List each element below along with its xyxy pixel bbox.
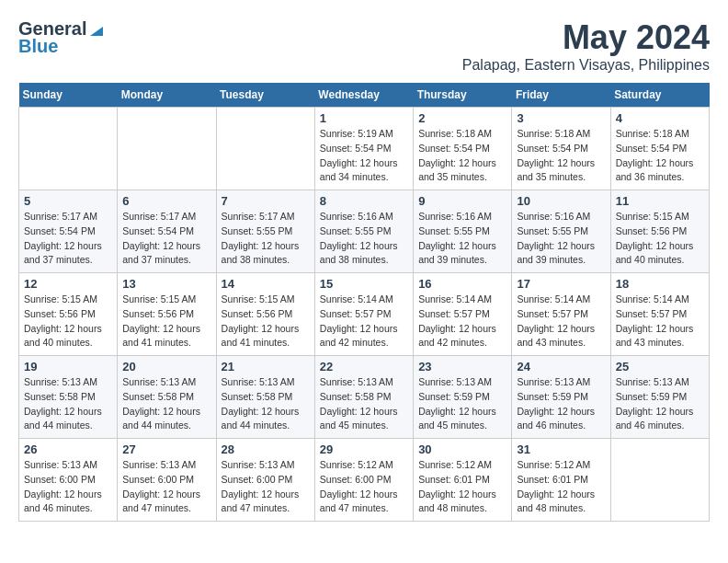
calendar-cell: 2Sunrise: 5:18 AM Sunset: 5:54 PM Daylig… bbox=[414, 108, 512, 190]
day-info: Sunrise: 5:13 AM Sunset: 5:59 PM Dayligh… bbox=[418, 375, 506, 433]
day-number: 27 bbox=[122, 442, 210, 456]
calendar-cell: 6Sunrise: 5:17 AM Sunset: 5:54 PM Daylig… bbox=[118, 190, 216, 273]
day-info: Sunrise: 5:15 AM Sunset: 5:56 PM Dayligh… bbox=[222, 293, 310, 350]
calendar-cell bbox=[118, 108, 216, 190]
logo-icon bbox=[88, 21, 105, 38]
calendar-cell: 4Sunrise: 5:18 AM Sunset: 5:54 PM Daylig… bbox=[610, 108, 709, 190]
day-info: Sunrise: 5:18 AM Sunset: 5:54 PM Dayligh… bbox=[616, 127, 704, 185]
calendar-cell: 25Sunrise: 5:13 AM Sunset: 5:59 PM Dayli… bbox=[610, 356, 709, 439]
day-number: 23 bbox=[418, 360, 506, 373]
day-info: Sunrise: 5:12 AM Sunset: 6:00 PM Dayligh… bbox=[320, 458, 408, 516]
day-number: 1 bbox=[320, 111, 408, 125]
day-number: 20 bbox=[122, 360, 210, 373]
calendar-cell: 16Sunrise: 5:14 AM Sunset: 5:57 PM Dayli… bbox=[414, 273, 512, 356]
day-number: 26 bbox=[24, 442, 112, 456]
day-info: Sunrise: 5:18 AM Sunset: 5:54 PM Dayligh… bbox=[418, 127, 506, 185]
calendar-week-row: 5Sunrise: 5:17 AM Sunset: 5:54 PM Daylig… bbox=[19, 190, 710, 273]
calendar-cell: 15Sunrise: 5:14 AM Sunset: 5:57 PM Dayli… bbox=[314, 273, 413, 356]
calendar-cell: 30Sunrise: 5:12 AM Sunset: 6:01 PM Dayli… bbox=[414, 439, 512, 522]
day-info: Sunrise: 5:16 AM Sunset: 5:55 PM Dayligh… bbox=[517, 210, 605, 268]
calendar-cell: 1Sunrise: 5:19 AM Sunset: 5:54 PM Daylig… bbox=[314, 108, 413, 190]
weekday-header-friday: Friday bbox=[512, 83, 610, 108]
weekday-header-sunday: Sunday bbox=[19, 83, 118, 108]
day-number: 21 bbox=[222, 360, 310, 373]
day-info: Sunrise: 5:14 AM Sunset: 5:57 PM Dayligh… bbox=[320, 293, 408, 350]
calendar-cell: 18Sunrise: 5:14 AM Sunset: 5:57 PM Dayli… bbox=[610, 273, 709, 356]
calendar-cell: 10Sunrise: 5:16 AM Sunset: 5:55 PM Dayli… bbox=[512, 190, 610, 273]
day-number: 22 bbox=[320, 360, 408, 373]
day-number: 12 bbox=[24, 277, 112, 291]
logo-blue-text: Blue bbox=[18, 36, 58, 57]
calendar-cell: 3Sunrise: 5:18 AM Sunset: 5:54 PM Daylig… bbox=[512, 108, 610, 190]
day-info: Sunrise: 5:19 AM Sunset: 5:54 PM Dayligh… bbox=[320, 127, 408, 185]
weekday-header-saturday: Saturday bbox=[610, 83, 709, 108]
day-info: Sunrise: 5:13 AM Sunset: 5:59 PM Dayligh… bbox=[616, 375, 704, 433]
title-block: May 2024 Palapag, Eastern Visayas, Phili… bbox=[462, 18, 710, 74]
calendar-cell: 9Sunrise: 5:16 AM Sunset: 5:55 PM Daylig… bbox=[414, 190, 512, 273]
day-number: 5 bbox=[24, 194, 112, 208]
calendar-week-row: 19Sunrise: 5:13 AM Sunset: 5:58 PM Dayli… bbox=[19, 356, 710, 439]
calendar-table: SundayMondayTuesdayWednesdayThursdayFrid… bbox=[18, 83, 710, 522]
day-number: 2 bbox=[418, 111, 506, 125]
day-number: 16 bbox=[418, 277, 506, 291]
day-number: 4 bbox=[616, 111, 704, 125]
calendar-cell: 19Sunrise: 5:13 AM Sunset: 5:58 PM Dayli… bbox=[19, 356, 118, 439]
day-info: Sunrise: 5:14 AM Sunset: 5:57 PM Dayligh… bbox=[418, 293, 506, 350]
day-info: Sunrise: 5:13 AM Sunset: 5:59 PM Dayligh… bbox=[517, 375, 605, 433]
weekday-header-row: SundayMondayTuesdayWednesdayThursdayFrid… bbox=[19, 83, 710, 108]
calendar-cell: 26Sunrise: 5:13 AM Sunset: 6:00 PM Dayli… bbox=[19, 439, 118, 522]
day-info: Sunrise: 5:17 AM Sunset: 5:54 PM Dayligh… bbox=[24, 210, 112, 268]
day-info: Sunrise: 5:13 AM Sunset: 5:58 PM Dayligh… bbox=[222, 375, 310, 433]
weekday-header-monday: Monday bbox=[118, 83, 216, 108]
calendar-cell: 12Sunrise: 5:15 AM Sunset: 5:56 PM Dayli… bbox=[19, 273, 118, 356]
day-info: Sunrise: 5:13 AM Sunset: 6:00 PM Dayligh… bbox=[222, 458, 310, 516]
weekday-header-wednesday: Wednesday bbox=[314, 83, 413, 108]
day-number: 24 bbox=[517, 360, 605, 373]
day-info: Sunrise: 5:12 AM Sunset: 6:01 PM Dayligh… bbox=[517, 458, 605, 516]
calendar-cell: 11Sunrise: 5:15 AM Sunset: 5:56 PM Dayli… bbox=[610, 190, 709, 273]
day-number: 31 bbox=[517, 442, 605, 456]
main-title: May 2024 bbox=[462, 18, 710, 57]
day-number: 17 bbox=[517, 277, 605, 291]
weekday-header-tuesday: Tuesday bbox=[216, 83, 314, 108]
day-info: Sunrise: 5:17 AM Sunset: 5:55 PM Dayligh… bbox=[222, 210, 310, 268]
day-number: 8 bbox=[320, 194, 408, 208]
calendar-cell: 8Sunrise: 5:16 AM Sunset: 5:55 PM Daylig… bbox=[314, 190, 413, 273]
day-info: Sunrise: 5:16 AM Sunset: 5:55 PM Dayligh… bbox=[418, 210, 506, 268]
day-info: Sunrise: 5:13 AM Sunset: 5:58 PM Dayligh… bbox=[122, 375, 210, 433]
page-header: General Blue May 2024 Palapag, Eastern V… bbox=[18, 18, 710, 74]
calendar-cell: 13Sunrise: 5:15 AM Sunset: 5:56 PM Dayli… bbox=[118, 273, 216, 356]
day-number: 14 bbox=[222, 277, 310, 291]
day-info: Sunrise: 5:13 AM Sunset: 5:58 PM Dayligh… bbox=[320, 375, 408, 433]
day-info: Sunrise: 5:17 AM Sunset: 5:54 PM Dayligh… bbox=[122, 210, 210, 268]
day-number: 11 bbox=[616, 194, 704, 208]
day-number: 6 bbox=[122, 194, 210, 208]
subtitle: Palapag, Eastern Visayas, Philippines bbox=[462, 57, 710, 74]
day-number: 19 bbox=[24, 360, 112, 373]
day-number: 3 bbox=[517, 111, 605, 125]
day-number: 25 bbox=[616, 360, 704, 373]
day-info: Sunrise: 5:13 AM Sunset: 6:00 PM Dayligh… bbox=[24, 458, 112, 516]
day-info: Sunrise: 5:16 AM Sunset: 5:55 PM Dayligh… bbox=[320, 210, 408, 268]
day-info: Sunrise: 5:15 AM Sunset: 5:56 PM Dayligh… bbox=[122, 293, 210, 350]
calendar-cell: 14Sunrise: 5:15 AM Sunset: 5:56 PM Dayli… bbox=[216, 273, 314, 356]
calendar-cell: 27Sunrise: 5:13 AM Sunset: 6:00 PM Dayli… bbox=[118, 439, 216, 522]
day-number: 28 bbox=[222, 442, 310, 456]
calendar-cell: 28Sunrise: 5:13 AM Sunset: 6:00 PM Dayli… bbox=[216, 439, 314, 522]
calendar-cell: 29Sunrise: 5:12 AM Sunset: 6:00 PM Dayli… bbox=[314, 439, 413, 522]
calendar-cell: 21Sunrise: 5:13 AM Sunset: 5:58 PM Dayli… bbox=[216, 356, 314, 439]
day-number: 15 bbox=[320, 277, 408, 291]
day-info: Sunrise: 5:14 AM Sunset: 5:57 PM Dayligh… bbox=[517, 293, 605, 350]
calendar-cell: 20Sunrise: 5:13 AM Sunset: 5:58 PM Dayli… bbox=[118, 356, 216, 439]
day-info: Sunrise: 5:18 AM Sunset: 5:54 PM Dayligh… bbox=[517, 127, 605, 185]
calendar-cell: 7Sunrise: 5:17 AM Sunset: 5:55 PM Daylig… bbox=[216, 190, 314, 273]
calendar-cell bbox=[216, 108, 314, 190]
day-info: Sunrise: 5:15 AM Sunset: 5:56 PM Dayligh… bbox=[616, 210, 704, 268]
calendar-cell: 23Sunrise: 5:13 AM Sunset: 5:59 PM Dayli… bbox=[414, 356, 512, 439]
day-number: 9 bbox=[418, 194, 506, 208]
weekday-header-thursday: Thursday bbox=[414, 83, 512, 108]
svg-marker-0 bbox=[90, 27, 103, 36]
day-number: 7 bbox=[222, 194, 310, 208]
day-info: Sunrise: 5:12 AM Sunset: 6:01 PM Dayligh… bbox=[418, 458, 506, 516]
day-number: 10 bbox=[517, 194, 605, 208]
